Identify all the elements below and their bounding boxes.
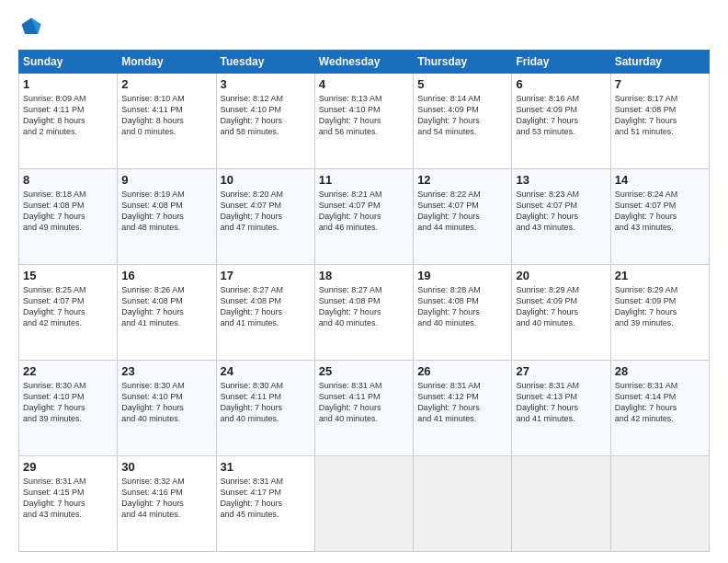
calendar-cell: [512, 456, 610, 552]
calendar-cell: 4Sunrise: 8:13 AMSunset: 4:10 PMDaylight…: [314, 74, 413, 169]
cell-info: Sunrise: 8:30 AMSunset: 4:10 PMDaylight:…: [23, 380, 113, 425]
day-number: 19: [417, 269, 507, 282]
weekday-wednesday: Wednesday: [314, 51, 413, 74]
cell-info: Sunrise: 8:18 AMSunset: 4:08 PMDaylight:…: [23, 189, 113, 234]
calendar-cell: [610, 456, 709, 552]
day-number: 24: [221, 364, 311, 378]
cell-info: Sunrise: 8:28 AMSunset: 4:08 PMDaylight:…: [417, 284, 507, 329]
day-number: 20: [516, 269, 606, 282]
day-number: 10: [221, 173, 311, 187]
day-number: 16: [121, 269, 211, 282]
cell-info: Sunrise: 8:31 AMSunset: 4:11 PMDaylight:…: [319, 380, 409, 425]
calendar-cell: 11Sunrise: 8:21 AMSunset: 4:07 PMDayligh…: [314, 169, 413, 265]
calendar-cell: 29Sunrise: 8:31 AMSunset: 4:15 PMDayligh…: [19, 456, 118, 552]
calendar-cell: 10Sunrise: 8:20 AMSunset: 4:07 PMDayligh…: [216, 169, 314, 265]
calendar-cell: 23Sunrise: 8:30 AMSunset: 4:10 PMDayligh…: [118, 361, 216, 456]
calendar-cell: 24Sunrise: 8:30 AMSunset: 4:11 PMDayligh…: [216, 361, 314, 456]
weekday-saturday: Saturday: [610, 51, 709, 74]
cell-info: Sunrise: 8:16 AMSunset: 4:09 PMDaylight:…: [516, 93, 606, 138]
header: [18, 15, 710, 40]
week-row-5: 29Sunrise: 8:31 AMSunset: 4:15 PMDayligh…: [19, 456, 710, 552]
calendar-cell: 25Sunrise: 8:31 AMSunset: 4:11 PMDayligh…: [314, 361, 413, 456]
day-number: 1: [23, 77, 113, 91]
day-number: 6: [516, 77, 606, 91]
calendar-cell: [414, 456, 512, 552]
day-number: 8: [23, 173, 113, 187]
day-number: 28: [615, 364, 705, 378]
calendar-cell: 9Sunrise: 8:19 AMSunset: 4:08 PMDaylight…: [118, 169, 216, 265]
cell-info: Sunrise: 8:31 AMSunset: 4:14 PMDaylight:…: [615, 380, 705, 425]
day-number: 27: [516, 364, 606, 378]
weekday-thursday: Thursday: [414, 51, 512, 74]
calendar-cell: 30Sunrise: 8:32 AMSunset: 4:16 PMDayligh…: [118, 456, 216, 552]
cell-info: Sunrise: 8:27 AMSunset: 4:08 PMDaylight:…: [319, 284, 409, 329]
calendar-cell: 5Sunrise: 8:14 AMSunset: 4:09 PMDaylight…: [414, 74, 512, 169]
calendar-cell: 15Sunrise: 8:25 AMSunset: 4:07 PMDayligh…: [19, 265, 118, 361]
day-number: 21: [615, 269, 705, 282]
calendar-cell: 14Sunrise: 8:24 AMSunset: 4:07 PMDayligh…: [610, 169, 709, 265]
cell-info: Sunrise: 8:26 AMSunset: 4:08 PMDaylight:…: [121, 284, 211, 329]
calendar-cell: 31Sunrise: 8:31 AMSunset: 4:17 PMDayligh…: [216, 456, 314, 552]
day-number: 9: [121, 173, 211, 187]
day-number: 31: [221, 460, 311, 474]
calendar-cell: 6Sunrise: 8:16 AMSunset: 4:09 PMDaylight…: [512, 74, 610, 169]
day-number: 15: [23, 269, 113, 282]
calendar-cell: 18Sunrise: 8:27 AMSunset: 4:08 PMDayligh…: [314, 265, 413, 361]
day-number: 26: [417, 364, 507, 378]
cell-info: Sunrise: 8:23 AMSunset: 4:07 PMDaylight:…: [516, 189, 606, 234]
calendar-table: SundayMondayTuesdayWednesdayThursdayFrid…: [18, 50, 710, 552]
cell-info: Sunrise: 8:12 AMSunset: 4:10 PMDaylight:…: [221, 93, 311, 138]
cell-info: Sunrise: 8:31 AMSunset: 4:17 PMDaylight:…: [221, 476, 311, 521]
weekday-friday: Friday: [512, 51, 610, 74]
cell-info: Sunrise: 8:31 AMSunset: 4:12 PMDaylight:…: [417, 380, 507, 425]
day-number: 14: [615, 173, 705, 187]
cell-info: Sunrise: 8:24 AMSunset: 4:07 PMDaylight:…: [615, 189, 705, 234]
logo-icon: [18, 15, 44, 40]
day-number: 11: [319, 173, 409, 187]
calendar-cell: 19Sunrise: 8:28 AMSunset: 4:08 PMDayligh…: [414, 265, 512, 361]
day-number: 2: [121, 77, 211, 91]
day-number: 23: [121, 364, 211, 378]
day-number: 12: [417, 173, 507, 187]
day-number: 30: [121, 460, 211, 474]
day-number: 22: [23, 364, 113, 378]
page: SundayMondayTuesdayWednesdayThursdayFrid…: [0, 0, 728, 563]
day-number: 7: [615, 77, 705, 91]
calendar-cell: [314, 456, 413, 552]
cell-info: Sunrise: 8:25 AMSunset: 4:07 PMDaylight:…: [23, 284, 113, 329]
cell-info: Sunrise: 8:10 AMSunset: 4:11 PMDaylight:…: [121, 93, 211, 138]
cell-info: Sunrise: 8:32 AMSunset: 4:16 PMDaylight:…: [121, 476, 211, 521]
calendar-cell: 7Sunrise: 8:17 AMSunset: 4:08 PMDaylight…: [610, 74, 709, 169]
cell-info: Sunrise: 8:29 AMSunset: 4:09 PMDaylight:…: [516, 284, 606, 329]
cell-info: Sunrise: 8:17 AMSunset: 4:08 PMDaylight:…: [615, 93, 705, 138]
calendar-cell: 26Sunrise: 8:31 AMSunset: 4:12 PMDayligh…: [414, 361, 512, 456]
day-number: 29: [23, 460, 113, 474]
weekday-monday: Monday: [118, 51, 216, 74]
cell-info: Sunrise: 8:13 AMSunset: 4:10 PMDaylight:…: [319, 93, 409, 138]
calendar-cell: 16Sunrise: 8:26 AMSunset: 4:08 PMDayligh…: [118, 265, 216, 361]
cell-info: Sunrise: 8:21 AMSunset: 4:07 PMDaylight:…: [319, 189, 409, 234]
day-number: 4: [319, 77, 409, 91]
calendar-cell: 17Sunrise: 8:27 AMSunset: 4:08 PMDayligh…: [216, 265, 314, 361]
day-number: 18: [319, 269, 409, 282]
calendar-cell: 8Sunrise: 8:18 AMSunset: 4:08 PMDaylight…: [19, 169, 118, 265]
weekday-tuesday: Tuesday: [216, 51, 314, 74]
cell-info: Sunrise: 8:27 AMSunset: 4:08 PMDaylight:…: [221, 284, 311, 329]
calendar-cell: 12Sunrise: 8:22 AMSunset: 4:07 PMDayligh…: [414, 169, 512, 265]
day-number: 5: [417, 77, 507, 91]
day-number: 3: [221, 77, 311, 91]
cell-info: Sunrise: 8:29 AMSunset: 4:09 PMDaylight:…: [615, 284, 705, 329]
calendar-cell: 28Sunrise: 8:31 AMSunset: 4:14 PMDayligh…: [610, 361, 709, 456]
calendar-body: 1Sunrise: 8:09 AMSunset: 4:11 PMDaylight…: [19, 74, 710, 552]
calendar-cell: 1Sunrise: 8:09 AMSunset: 4:11 PMDaylight…: [19, 74, 118, 169]
cell-info: Sunrise: 8:09 AMSunset: 4:11 PMDaylight:…: [23, 93, 113, 138]
calendar-cell: 13Sunrise: 8:23 AMSunset: 4:07 PMDayligh…: [512, 169, 610, 265]
day-number: 17: [221, 269, 311, 282]
weekday-sunday: Sunday: [19, 51, 118, 74]
weekday-header-row: SundayMondayTuesdayWednesdayThursdayFrid…: [19, 51, 710, 74]
calendar-cell: 27Sunrise: 8:31 AMSunset: 4:13 PMDayligh…: [512, 361, 610, 456]
calendar-cell: 2Sunrise: 8:10 AMSunset: 4:11 PMDaylight…: [118, 74, 216, 169]
calendar-cell: 21Sunrise: 8:29 AMSunset: 4:09 PMDayligh…: [610, 265, 709, 361]
cell-info: Sunrise: 8:14 AMSunset: 4:09 PMDaylight:…: [417, 93, 507, 138]
week-row-4: 22Sunrise: 8:30 AMSunset: 4:10 PMDayligh…: [19, 361, 710, 456]
